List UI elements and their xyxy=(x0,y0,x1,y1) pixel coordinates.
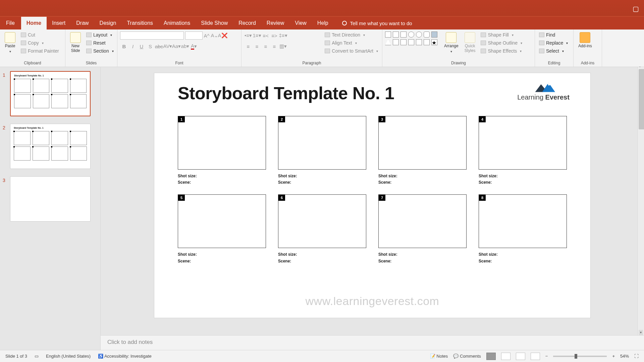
align-right-button[interactable]: ≡ xyxy=(262,42,270,50)
numbering-button[interactable]: 1≡▾ xyxy=(253,32,261,40)
highlight-button[interactable]: ab▾ xyxy=(181,42,189,50)
storyboard-cell[interactable]: 3Shot size:Scene: xyxy=(378,116,467,186)
storyboard-cell[interactable]: 1Shot size:Scene: xyxy=(178,116,266,186)
slide-thumbnail[interactable] xyxy=(10,176,91,222)
slide-thumbnail[interactable]: Storyboard Template No. 1 xyxy=(10,71,91,116)
language-status[interactable]: English (United States) xyxy=(46,354,91,359)
storyboard-cell[interactable]: 2Shot size:Scene: xyxy=(278,116,366,186)
notes-pane[interactable]: Click to add notes xyxy=(101,335,644,350)
decrease-indent-button[interactable]: ≡< xyxy=(262,32,270,40)
font-color-button[interactable]: A▾ xyxy=(190,42,198,50)
decrease-font-button[interactable]: A⌄ xyxy=(211,32,219,40)
slide[interactable]: Storyboard Template No. 1 Learning Evere… xyxy=(154,73,590,318)
arrange-button[interactable]: Arrange ▾ xyxy=(442,32,461,54)
new-slide-button[interactable]: New Slide xyxy=(68,32,83,54)
comments-bubble-icon[interactable]: ▢ xyxy=(633,5,639,13)
slideshow-view-button[interactable] xyxy=(531,353,540,360)
slide-counter[interactable]: Slide 1 of 3 xyxy=(5,354,27,359)
strikethrough-button[interactable]: S xyxy=(146,42,154,50)
storyboard-cell[interactable]: 4Shot size:Scene: xyxy=(479,116,567,186)
frame-metadata[interactable]: Shot size:Scene: xyxy=(178,173,266,186)
section-button[interactable]: Section▾ xyxy=(85,48,115,54)
storyboard-frame[interactable]: 4 xyxy=(479,116,567,170)
zoom-slider[interactable] xyxy=(553,356,607,357)
change-case-button[interactable]: Aa▾ xyxy=(172,42,180,50)
shape-outline-button[interactable]: Shape Outline▾ xyxy=(479,40,524,46)
text-direction-button[interactable]: Text Direction▾ xyxy=(323,32,379,38)
canvas-scroll[interactable]: Storyboard Template No. 1 Learning Evere… xyxy=(101,67,644,335)
underline-button[interactable]: U xyxy=(138,42,146,50)
storyboard-cell[interactable]: 7Shot size:Scene: xyxy=(378,194,467,264)
find-button[interactable]: Find xyxy=(538,32,569,38)
vertical-scrollbar[interactable]: ▾ xyxy=(637,67,644,335)
storyboard-frame[interactable]: 8 xyxy=(479,194,567,248)
tab-animations[interactable]: Animations xyxy=(158,17,196,29)
tab-record[interactable]: Record xyxy=(233,17,261,29)
storyboard-frame[interactable]: 5 xyxy=(178,194,266,248)
storyboard-cell[interactable]: 5Shot size:Scene: xyxy=(178,194,266,264)
font-family-input[interactable] xyxy=(120,32,184,40)
align-text-button[interactable]: Align Text▾ xyxy=(323,40,379,46)
tab-design[interactable]: Design xyxy=(94,17,122,29)
align-center-button[interactable]: ≡ xyxy=(253,42,261,50)
tab-review[interactable]: Review xyxy=(261,17,289,29)
bold-button[interactable]: B xyxy=(120,42,128,50)
tab-home[interactable]: Home xyxy=(21,17,47,29)
tab-view[interactable]: View xyxy=(289,17,312,29)
justify-button[interactable]: ≡ xyxy=(270,42,278,50)
layout-button[interactable]: Layout▾ xyxy=(85,32,115,38)
slide-sorter-button[interactable] xyxy=(501,353,511,360)
zoom-in-button[interactable]: + xyxy=(612,354,615,359)
tab-draw[interactable]: Draw xyxy=(71,17,94,29)
copy-button[interactable]: Copy▾ xyxy=(19,40,60,46)
scrollbar-thumb[interactable] xyxy=(639,69,644,129)
reset-button[interactable]: Reset xyxy=(85,40,115,46)
accessibility-status[interactable]: ♿ Accessibility: Investigate xyxy=(98,354,152,359)
tab-slideshow[interactable]: Slide Show xyxy=(196,17,233,29)
format-painter-button[interactable]: Format Painter xyxy=(19,48,60,54)
select-button[interactable]: Select▾ xyxy=(538,48,569,54)
text-shadow-button[interactable]: abc xyxy=(155,42,163,50)
frame-metadata[interactable]: Shot size:Scene: xyxy=(178,251,266,264)
storyboard-frame[interactable]: 3 xyxy=(378,116,467,170)
align-left-button[interactable]: ≡ xyxy=(244,42,252,50)
storyboard-frame[interactable]: 1 xyxy=(178,116,266,170)
proofing-icon[interactable]: ▭ xyxy=(35,354,39,359)
replace-button[interactable]: Replace▾ xyxy=(538,40,569,46)
storyboard-frame[interactable]: 7 xyxy=(378,194,467,248)
shape-gallery[interactable]: ★ xyxy=(385,32,438,46)
scroll-down-icon[interactable]: ▾ xyxy=(639,330,643,335)
tell-me-search[interactable]: Tell me what you want to do xyxy=(342,20,412,26)
increase-indent-button[interactable]: ≡> xyxy=(270,32,278,40)
frame-metadata[interactable]: Shot size:Scene: xyxy=(278,251,366,264)
storyboard-frame[interactable]: 6 xyxy=(278,194,366,248)
font-size-input[interactable] xyxy=(185,32,203,40)
tab-file[interactable]: File xyxy=(0,17,21,29)
italic-button[interactable]: I xyxy=(129,42,137,50)
cut-button[interactable]: Cut xyxy=(19,32,60,38)
comments-toggle[interactable]: 💬 Comments xyxy=(453,354,481,359)
normal-view-button[interactable] xyxy=(486,353,496,360)
zoom-out-button[interactable]: − xyxy=(545,354,548,359)
storyboard-frame[interactable]: 2 xyxy=(278,116,366,170)
tab-help[interactable]: Help xyxy=(312,17,334,29)
shape-fill-button[interactable]: Shape Fill▾ xyxy=(479,32,524,38)
frame-metadata[interactable]: Shot size:Scene: xyxy=(479,173,567,186)
character-spacing-button[interactable]: AV▾ xyxy=(164,42,172,50)
increase-font-button[interactable]: A^ xyxy=(203,32,211,40)
frame-metadata[interactable]: Shot size:Scene: xyxy=(278,173,366,186)
frame-metadata[interactable]: Shot size:Scene: xyxy=(378,251,467,264)
zoom-level[interactable]: 54% xyxy=(620,354,629,359)
slide-thumbnail[interactable]: Storyboard Template No. 1 xyxy=(10,124,91,169)
notes-toggle[interactable]: 📝 Notes xyxy=(430,354,448,359)
clear-formatting-button[interactable]: A❌ xyxy=(219,32,227,40)
tab-transitions[interactable]: Transitions xyxy=(121,17,158,29)
tab-insert[interactable]: Insert xyxy=(47,17,71,29)
storyboard-cell[interactable]: 6Shot size:Scene: xyxy=(278,194,366,264)
addins-button[interactable]: Add-ins xyxy=(576,32,594,49)
slide-title[interactable]: Storyboard Template No. 1 xyxy=(178,83,567,103)
frame-metadata[interactable]: Shot size:Scene: xyxy=(378,173,467,186)
quick-styles-button[interactable]: Quick Styles xyxy=(463,32,478,54)
line-spacing-button[interactable]: ‡≡▾ xyxy=(279,32,287,40)
reading-view-button[interactable] xyxy=(516,353,525,360)
